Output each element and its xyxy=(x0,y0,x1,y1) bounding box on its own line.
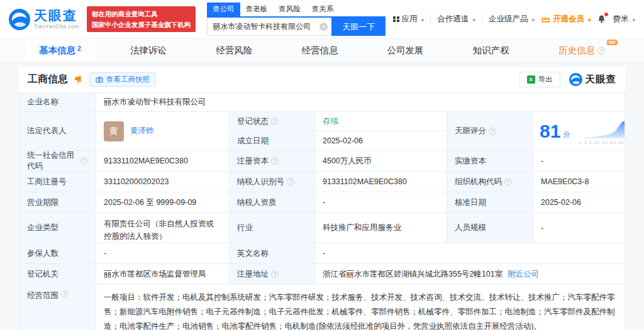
nav-user[interactable]: 费米 xyxy=(613,14,635,25)
insured-count-value: - xyxy=(96,243,230,264)
info-icon[interactable]: ? xyxy=(271,270,279,278)
tianyancha-logo[interactable]: 天眼查 TianYanCha.com xyxy=(9,9,79,30)
grid-icon xyxy=(393,16,399,23)
nearby-companies-link[interactable]: 附近公司 xyxy=(508,269,539,280)
chevron-down-icon xyxy=(471,15,475,24)
registration-info-table: 企业名称 丽水市凌动智卡科技有限公司 法定代表人 黄 黄泽铧 登记状态? 存续 … xyxy=(19,92,625,330)
business-info-card: 工商信息 查看工商快照 X 导出 xyxy=(19,67,625,330)
nav-apps[interactable]: 应用 xyxy=(393,14,424,25)
search-tab-relation[interactable]: 查关系 xyxy=(306,3,340,16)
tab-legal[interactable]: 法律诉讼 xyxy=(116,39,180,62)
field-label: 英文名称 xyxy=(230,243,315,264)
info-icon[interactable]: ? xyxy=(271,118,279,125)
field-label: 核准日期 xyxy=(447,192,533,213)
score-axis-labels: 0 1 5 15 50 80 95 99 100 xyxy=(579,140,625,144)
establish-date-value: 2025-02-06 xyxy=(315,131,447,151)
field-label: 组织机构代码? xyxy=(447,172,533,192)
field-label: 天眼评分? xyxy=(447,112,533,151)
reg-address-cell: 浙江省丽水市莲都区碧湖镇兴城北路355号2幢101室 附近公司 xyxy=(315,264,625,285)
legal-rep-link[interactable]: 黄泽铧 xyxy=(130,126,154,136)
slogan-line1: 都在用的商业查询工具 xyxy=(92,9,191,19)
tianyancha-wave-icon xyxy=(9,9,30,30)
tab-basic-info[interactable]: 基本信息2 xyxy=(25,39,95,62)
slogan-line2: 国家中小企业发展子基金旗下机构 xyxy=(92,19,191,30)
search-input[interactable] xyxy=(207,18,331,36)
chevron-down-icon xyxy=(530,15,535,24)
search-tab-risk[interactable]: 查风险 xyxy=(273,3,306,16)
logo-brand: 天眼查 xyxy=(34,9,79,22)
nav-partner[interactable]: 合作通道 xyxy=(437,14,475,25)
info-icon[interactable]: ? xyxy=(80,157,88,165)
tianyancha-wave-icon xyxy=(569,73,582,86)
field-label: 注册地址? xyxy=(230,264,315,285)
business-scope-value: 一般项目：软件开发；电机及其控制系统研发；汽车零部件研发；技术服务、技术开发、技… xyxy=(104,290,617,330)
top-header: 天眼查 TianYanCha.com 都在用的商业查询工具 国家中小企业发展子基… xyxy=(0,0,644,39)
tab-operation-risk[interactable]: 经营风险 xyxy=(202,39,266,62)
field-label: 注册资本? xyxy=(230,151,315,172)
chevron-down-icon xyxy=(420,15,425,24)
excel-icon: X xyxy=(527,75,535,84)
search-button[interactable]: 天眼一下 xyxy=(331,18,386,36)
tab-development[interactable]: 公司发展 xyxy=(374,39,438,62)
nav-enterprise[interactable]: 企业级产品 xyxy=(489,14,535,25)
field-label: 营业期限 xyxy=(19,192,96,213)
english-name-value: - xyxy=(315,243,625,264)
page: 天眼查 TianYanCha.com 都在用的商业查询工具 国家中小企业发展子基… xyxy=(0,0,644,330)
tab-ip[interactable]: 知识产权 xyxy=(459,39,523,62)
search-tabs: 查公司 查老板 查风险 查关系 xyxy=(207,3,386,18)
avatar: 黄 xyxy=(104,121,124,141)
reg-status-value: 存续 xyxy=(315,112,447,131)
field-label: 企业名称 xyxy=(19,93,96,112)
score-unit: 分 xyxy=(563,130,570,140)
company-name-value: 丽水市凌动智卡科技有限公司 xyxy=(96,93,625,112)
legal-rep-cell: 黄 黄泽铧 xyxy=(96,112,230,151)
notifications-bell[interactable] xyxy=(597,14,606,24)
approval-date-value: 2025-02-06 xyxy=(533,192,625,213)
business-term-value: 2025-02-06 至 9999-09-09 xyxy=(96,192,230,213)
search-box: 查公司 查老板 查风险 查关系 ✕ 天眼一下 xyxy=(207,3,386,36)
taxpayer-id-value: 91331102MAE9E0C380 xyxy=(315,172,447,192)
field-label: 行业 xyxy=(230,213,315,243)
field-label: 实缴资本 xyxy=(447,151,533,172)
reg-capital-value: 4500万人民币 xyxy=(315,151,447,172)
info-icon[interactable]: ? xyxy=(504,178,512,185)
field-label: 人员规模 xyxy=(447,213,533,243)
chevron-down-icon xyxy=(587,15,591,24)
field-label: 纳税人资质 xyxy=(230,192,315,213)
info-icon[interactable]: ? xyxy=(489,128,496,135)
tianyan-score-cell: 81 分 0 1 5 15 50 80 95 99 xyxy=(533,112,625,151)
nav-vip-upgrade[interactable]: 开通会员 xyxy=(541,14,591,25)
vip-badge: VIP xyxy=(607,40,618,45)
search-tab-company[interactable]: 查公司 xyxy=(207,3,240,16)
tab-business-info[interactable]: 经营信息 xyxy=(287,39,352,62)
logo-domain: TianYanCha.com xyxy=(34,24,79,30)
org-code-value: MAE9E0C3-8 xyxy=(533,172,625,192)
header-nav: 应用 合作通道 企业级产品 开通会员 xyxy=(393,14,635,25)
slogan-banner: 都在用的商业查询工具 国家中小企业发展子基金旗下机构 xyxy=(87,6,196,32)
camera-icon xyxy=(96,76,103,83)
info-icon[interactable]: ? xyxy=(271,157,279,165)
field-label: 登记机关 xyxy=(19,264,96,285)
taxpayer-quality-value: - xyxy=(315,192,447,213)
snapshot-button[interactable]: 查看工商快照 xyxy=(89,72,156,87)
reg-authority-value: 丽水市莲都区市场监督管理局 xyxy=(96,264,230,285)
field-label: 经营范围? xyxy=(19,285,96,330)
business-scope-cell: 一般项目：软件开发；电机及其控制系统研发；汽车零部件研发；技术服务、技术开发、技… xyxy=(96,285,625,330)
notification-dot xyxy=(604,13,608,16)
chevron-down-icon xyxy=(631,15,635,24)
crown-icon xyxy=(541,16,550,23)
watermark-logo: 天眼查 xyxy=(569,73,617,86)
info-icon[interactable]: ? xyxy=(597,47,605,55)
field-label: 纳税人识别号? xyxy=(230,172,315,192)
info-icon[interactable]: ? xyxy=(61,290,69,298)
company-type-value: 有限责任公司（非自然人投资或控股的法人独资） xyxy=(96,213,230,243)
score-value: 81 xyxy=(540,122,560,141)
search-tab-boss[interactable]: 查老板 xyxy=(240,3,274,16)
megaphone-icon xyxy=(74,75,83,84)
field-label: 工商注册号 xyxy=(19,172,96,192)
tab-history[interactable]: VIP 历史信息? xyxy=(545,39,619,62)
info-icon[interactable]: ? xyxy=(287,178,294,185)
reg-number-value: 331102000202023 xyxy=(96,172,230,192)
field-label: 成立日期 xyxy=(230,131,315,151)
export-button[interactable]: X 导出 xyxy=(519,72,560,87)
